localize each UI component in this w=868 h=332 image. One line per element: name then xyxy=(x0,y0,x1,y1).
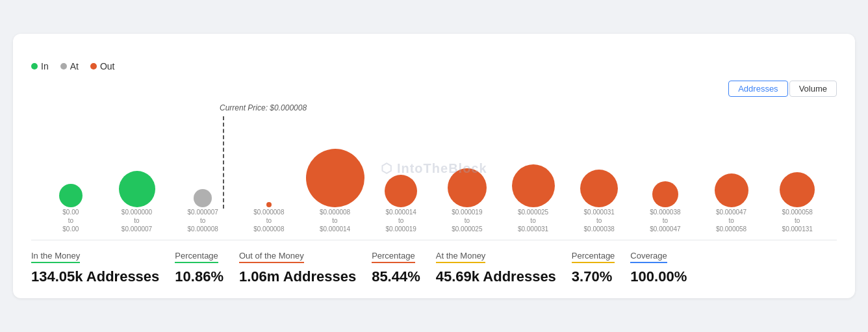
legend-out: Out xyxy=(90,61,115,71)
bubble-col-8 xyxy=(566,123,632,207)
x-label-4: $0.000008to$0.000014 xyxy=(302,208,368,233)
bubble-col-5 xyxy=(368,123,434,207)
x-axis: $0.00to$0.00$0.000000to$0.000007$0.00000… xyxy=(31,208,837,233)
bubble-col-9 xyxy=(632,123,698,207)
stat-value-2: 1.06m Addresses xyxy=(239,268,356,285)
stat-group-3: Percentage85.44% xyxy=(372,251,436,285)
out-dot xyxy=(90,63,97,70)
x-label-6: $0.000019to$0.000025 xyxy=(434,208,500,233)
stat-group-4: At the Money45.69k Addresses xyxy=(436,251,572,285)
bubble-8 xyxy=(580,170,618,207)
x-label-11: $0.000058to$0.000131 xyxy=(764,208,830,233)
stat-label-6: Coverage xyxy=(630,251,687,263)
legend-at-label: At xyxy=(70,61,79,71)
bubble-7 xyxy=(512,164,555,207)
bubble-col-4 xyxy=(302,123,368,207)
bubble-5 xyxy=(385,175,417,207)
x-label-2: $0.000007to$0.000008 xyxy=(170,208,236,233)
bubble-col-6 xyxy=(434,123,500,207)
stat-label-5: Percentage xyxy=(572,251,615,263)
main-card: In At Out Addresses Volume Current Price… xyxy=(13,34,855,298)
stat-label-4: At the Money xyxy=(436,251,556,263)
current-price-label: Current Price: $0.000008 xyxy=(220,103,307,112)
stat-group-1: Percentage10.86% xyxy=(175,251,239,285)
view-toggle: Addresses Volume xyxy=(31,81,837,97)
bubble-9 xyxy=(652,181,678,207)
bubble-10 xyxy=(715,173,748,207)
bubble-1 xyxy=(119,171,155,207)
bubble-0 xyxy=(59,184,83,207)
x-label-9: $0.000038to$0.000047 xyxy=(632,208,698,233)
bubble-col-3 xyxy=(236,123,302,207)
x-label-7: $0.000025to$0.000031 xyxy=(500,208,567,233)
bubble-col-10 xyxy=(698,123,765,207)
stat-value-1: 10.86% xyxy=(175,268,223,285)
x-label-8: $0.000031to$0.000038 xyxy=(566,208,632,233)
stat-value-3: 85.44% xyxy=(372,268,420,285)
stat-label-3: Percentage xyxy=(372,251,420,263)
bubbles-row xyxy=(31,123,837,207)
bubble-11 xyxy=(780,172,815,207)
stat-label-1: Percentage xyxy=(175,251,223,263)
volume-button[interactable]: Volume xyxy=(789,81,837,97)
legend-in: In xyxy=(31,61,49,71)
bubble-col-7 xyxy=(500,123,567,207)
x-label-5: $0.000014to$0.000019 xyxy=(368,208,434,233)
bubble-col-2 xyxy=(170,123,236,207)
x-label-0: $0.00to$0.00 xyxy=(38,208,104,233)
stat-value-6: 100.00% xyxy=(630,268,687,285)
legend-at: At xyxy=(60,61,79,71)
x-label-1: $0.000000to$0.000007 xyxy=(104,208,170,233)
stats-row: In the Money134.05k AddressesPercentage1… xyxy=(31,246,837,285)
chart-area: Current Price: $0.000008 ⬡ IntoTheBlock … xyxy=(31,103,837,233)
bubble-4 xyxy=(306,149,364,207)
bubble-col-1 xyxy=(104,123,170,207)
legend-in-label: In xyxy=(41,61,49,71)
x-label-3: $0.000008to$0.000008 xyxy=(236,208,302,233)
stat-value-5: 3.70% xyxy=(572,268,615,285)
legend: In At Out xyxy=(31,61,837,71)
stat-group-0: In the Money134.05k Addresses xyxy=(31,251,175,285)
stat-value-0: 134.05k Addresses xyxy=(31,268,159,285)
stat-group-2: Out of the Money1.06m Addresses xyxy=(239,251,372,285)
x-label-10: $0.000047to$0.000058 xyxy=(698,208,765,233)
addresses-button[interactable]: Addresses xyxy=(728,81,787,97)
in-dot xyxy=(31,63,38,70)
stat-value-4: 45.69k Addresses xyxy=(436,268,556,285)
stat-label-2: Out of the Money xyxy=(239,251,356,263)
bubble-2 xyxy=(194,189,212,207)
legend-out-label: Out xyxy=(100,61,115,71)
bubble-col-0 xyxy=(38,123,104,207)
bubble-3 xyxy=(266,202,272,207)
at-dot xyxy=(60,63,67,70)
bubble-6 xyxy=(448,168,487,207)
separator xyxy=(31,240,837,240)
stat-group-6: Coverage100.00% xyxy=(630,251,702,285)
stat-label-0: In the Money xyxy=(31,251,159,263)
bubble-col-11 xyxy=(764,123,830,207)
stat-group-5: Percentage3.70% xyxy=(572,251,631,285)
